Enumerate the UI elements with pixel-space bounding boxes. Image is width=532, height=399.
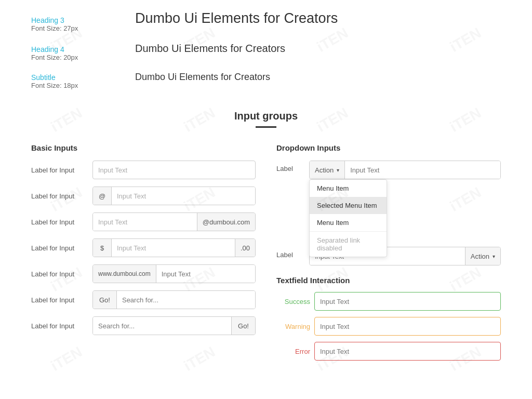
dropdown-menu-item-disabled: Separated link disabled [310, 232, 387, 257]
subtitle-sample: Dumbo Ui Elements for Creators [135, 72, 270, 83]
dropdown-inputs-title: Dropdown Inputs [276, 143, 501, 152]
dropdown-menu-item-3[interactable]: Menu Item [310, 214, 387, 231]
dropdown-input-group-1: Action ▾ Menu Item Selected Menu Item Me… [309, 161, 501, 179]
input-label-7: Label for Input [31, 322, 88, 330]
heading4-name: Heading 4 [31, 45, 114, 54]
basic-input-row-5: Label for Input www.dumboui.com [31, 264, 256, 283]
heading4-label: Heading 4 Font Size: 20px [31, 45, 114, 61]
action-label-1: Action [315, 166, 334, 174]
basic-input-row-2: Label for Input @ [31, 187, 256, 205]
input-go-right-group: Go! [92, 316, 256, 335]
dropdown-menu-item-selected[interactable]: Selected Menu Item [310, 197, 387, 214]
action-label-2: Action [471, 252, 489, 260]
input-dollar-group: $ .00 [92, 238, 256, 257]
basic-input-dollar[interactable] [112, 239, 235, 257]
interaction-row-success: Success [276, 292, 501, 311]
success-input[interactable] [314, 292, 501, 311]
action-dropdown-btn-1[interactable]: Action ▾ [310, 161, 345, 179]
email-suffix: @dumboui.com [197, 213, 255, 231]
heading3-name: Heading 3 [31, 16, 114, 24]
www-prefix: www.dumboui.com [93, 265, 156, 283]
error-input[interactable] [314, 342, 501, 361]
section-underline [256, 126, 276, 128]
input-label-3: Label for Input [31, 218, 88, 226]
warning-label: Warning [276, 323, 310, 330]
input-label-2: Label for Input [31, 192, 88, 200]
error-label: Error [276, 348, 310, 355]
heading3-size: Font Size: 27px [31, 24, 114, 32]
basic-input-row-6: Label for Input Go! [31, 290, 256, 309]
basic-input-row-1: Label for Input [31, 161, 256, 179]
input-go-left-group: Go! [92, 290, 256, 309]
interaction-row-error: Error [276, 342, 501, 361]
action-dropdown-btn-2[interactable]: Action ▾ [465, 247, 500, 265]
dropdown-menu-item-1[interactable]: Menu Item [310, 180, 387, 197]
chevron-down-icon-1: ▾ [337, 167, 339, 173]
basic-input-www[interactable] [156, 265, 255, 283]
dropdown-menu-1: Menu Item Selected Menu Item Menu Item S… [309, 179, 387, 257]
input-label-5: Label for Input [31, 270, 88, 278]
basic-inputs-column: Basic Inputs Label for Input Label for I… [31, 143, 256, 367]
input-label-1: Label for Input [31, 166, 88, 174]
input-groups-wrapper: Basic Inputs Label for Input Label for I… [31, 143, 501, 367]
interaction-row-warning: Warning [276, 317, 501, 336]
basic-input-row-4: Label for Input $ .00 [31, 238, 256, 257]
action-dropdown-combo-1: Action ▾ [309, 161, 501, 179]
search-input-go-right[interactable] [93, 317, 231, 335]
dropdown-row-1: Label Action ▾ Menu Item Selected Menu I… [276, 161, 501, 179]
dropdown-column: Dropdown Inputs Label Action ▾ Menu Item [276, 143, 501, 367]
heading3-row: Heading 3 Font Size: 27px Dumbo Ui Eleme… [31, 10, 501, 32]
dropdown-input-field-1[interactable] [345, 161, 500, 179]
basic-input-1[interactable] [92, 161, 256, 179]
input-label-6: Label for Input [31, 296, 88, 304]
input-split-group: www.dumboui.com [92, 264, 256, 283]
heading3-sample: Dumbo Ui Elements for Creators [135, 10, 338, 26]
basic-input-row-3: Label for Input @dumboui.com [31, 212, 256, 231]
subtitle-row: Subtitle Font Size: 18px Dumbo Ui Elemen… [31, 72, 501, 89]
dropdown-label-2: Label [276, 247, 305, 259]
subtitle-label: Subtitle Font Size: 18px [31, 73, 114, 89]
basic-input-at[interactable] [112, 187, 255, 205]
basic-input-email[interactable] [93, 213, 197, 231]
section-title: Input groups [31, 110, 501, 122]
heading4-row: Heading 4 Font Size: 20px Dumbo Ui Eleme… [31, 43, 501, 61]
interaction-title: Textfield Interaction [276, 276, 501, 285]
heading3-label: Heading 3 Font Size: 27px [31, 16, 114, 32]
search-input-go-left[interactable] [117, 291, 255, 309]
go-button-left[interactable]: Go! [93, 291, 117, 309]
typography-section: Heading 3 Font Size: 27px Dumbo Ui Eleme… [31, 10, 501, 89]
at-prefix-icon: @ [93, 187, 112, 205]
basic-inputs-title: Basic Inputs [31, 143, 256, 152]
heading4-size: Font Size: 20px [31, 54, 114, 61]
basic-input-row-7: Label for Input Go! [31, 316, 256, 335]
dropdown-label-1: Label [276, 161, 305, 172]
warning-input[interactable] [314, 317, 501, 336]
subtitle-size: Font Size: 18px [31, 82, 114, 89]
input-email-suffix-group: @dumboui.com [92, 212, 256, 231]
go-button-right[interactable]: Go! [231, 317, 255, 335]
chevron-down-icon-2: ▾ [493, 254, 495, 259]
subtitle-name: Subtitle [31, 73, 114, 82]
dollar-prefix: $ [93, 239, 112, 257]
success-label: Success [276, 298, 310, 305]
cents-suffix: .00 [235, 239, 255, 257]
input-label-4: Label for Input [31, 244, 88, 252]
heading4-sample: Dumbo Ui Elements for Creators [135, 43, 285, 55]
input-at-prefix-group: @ [92, 187, 256, 205]
